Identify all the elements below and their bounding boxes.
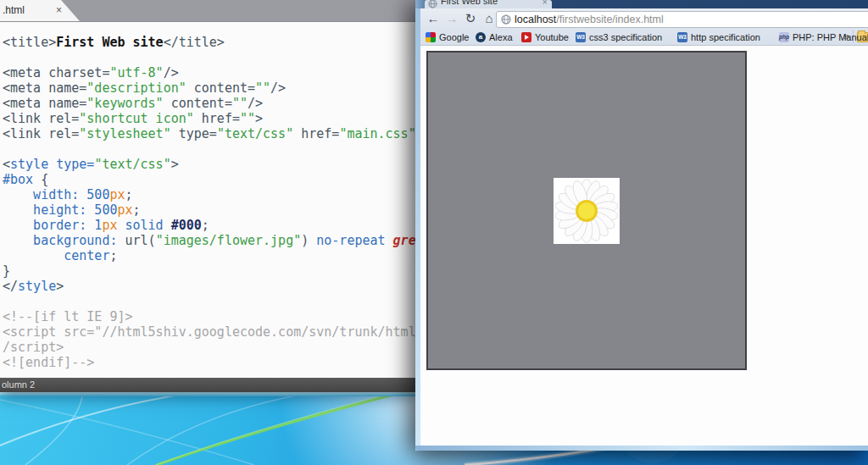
- bookmark-item[interactable]: phpPHP: PHP Manual - ...: [779, 29, 868, 45]
- code-line: /script>: [0, 340, 416, 355]
- play-icon: [525, 35, 529, 40]
- editor-tab-close-icon[interactable]: ×: [56, 4, 62, 16]
- google-icon: [426, 32, 436, 42]
- bookmark-label: PHP: PHP Manual - ...: [793, 32, 868, 42]
- alexa-icon: a: [476, 32, 486, 42]
- php-icon: php: [779, 32, 789, 42]
- code-line: <meta charset="utf-8"/>: [0, 65, 416, 80]
- code-line: <script src="//html5shiv.googlecode.com/…: [0, 324, 416, 340]
- url-host: localhost: [515, 14, 556, 25]
- browser-tab-close-icon[interactable]: ×: [542, 0, 548, 7]
- globe-icon: [428, 0, 437, 8]
- code-line: <meta name="keywords" content=""/>: [0, 96, 416, 111]
- bookmark-label: Alexa: [489, 32, 513, 42]
- browser-tab-title: First Web site: [441, 0, 498, 6]
- bookmark-item[interactable]: Youtube: [521, 29, 569, 45]
- browser-tab[interactable]: First Web site ×: [425, 0, 552, 8]
- code-line: <style type="text/css">: [0, 157, 416, 172]
- page-box: [426, 51, 747, 370]
- code-line: </style>: [0, 279, 416, 294]
- address-bar[interactable]: localhost/firstwebsite/index.html: [496, 11, 868, 28]
- code-line: width: 500px;: [0, 187, 416, 202]
- bookmarks-bar: » GoogleaAlexaYoutubeW3css3 specificatio…: [420, 29, 868, 46]
- editor-status-bar: olumn 2: [0, 378, 416, 392]
- window-frame-bottom: [415, 446, 868, 451]
- flower-image: [554, 178, 620, 244]
- bookmark-label: Google: [439, 32, 469, 42]
- bookmark-label: http specification: [691, 32, 760, 42]
- code-line: height: 500px;: [0, 202, 416, 218]
- code-line: <meta name="description" content=""/>: [0, 80, 416, 96]
- editor-tab-label: .html: [3, 4, 25, 16]
- code-line: [0, 294, 416, 309]
- code-line: }: [0, 263, 416, 279]
- bookmark-item[interactable]: Google: [426, 29, 469, 45]
- url-text: localhost/firstwebsite/index.html: [515, 13, 664, 26]
- bookmark-label: css3 specification: [589, 32, 662, 42]
- bookmark-item[interactable]: aAlexa: [476, 29, 513, 45]
- code-line: <link rel="shortcut icon" href="">: [0, 111, 416, 126]
- browser-window: First Web site × ← → ↻ ⌂ localhost/first…: [415, 0, 868, 451]
- bookmark-label: Youtube: [535, 32, 569, 42]
- code-area[interactable]: <title>First Web site</title> <meta char…: [0, 22, 416, 378]
- code-line: background: url("images/flower.jpg") no-…: [0, 233, 416, 248]
- code-line: [0, 50, 416, 65]
- screen: .html × <title>First Web site</title> <m…: [0, 0, 868, 465]
- editor-tab-bar: .html ×: [0, 0, 416, 22]
- code-line: <link rel="stylesheet" type="text/css" h…: [0, 126, 416, 141]
- forward-button[interactable]: →: [442, 8, 461, 29]
- browser-viewport: [420, 46, 868, 446]
- code-line: <!--[if lt IE 9]>: [0, 309, 416, 324]
- code-line: center;: [0, 248, 416, 263]
- code-line: <title>First Web site</title>: [0, 35, 416, 50]
- w3-icon: W3: [677, 32, 687, 42]
- code-line: [0, 141, 416, 157]
- refresh-button[interactable]: ↻: [461, 8, 480, 29]
- code-line: #box {: [0, 172, 416, 187]
- browser-toolbar: ← → ↻ ⌂ localhost/firstwebsite/index.htm…: [420, 8, 868, 29]
- w3-icon: W3: [576, 32, 586, 42]
- editor-tab-html[interactable]: .html ×: [0, 0, 80, 21]
- bookmark-item[interactable]: W3css3 specification: [576, 29, 662, 45]
- youtube-icon: [521, 32, 531, 42]
- code-line: <![endif]-->: [0, 355, 416, 370]
- bookmark-item[interactable]: W3http specification: [677, 29, 760, 45]
- browser-title-bar: First Web site ×: [415, 0, 868, 8]
- globe-icon: [501, 14, 511, 25]
- code-line: border: 1px solid #000;: [0, 218, 416, 233]
- back-button[interactable]: ←: [424, 8, 442, 29]
- url-path: /firstwebsite/index.html: [556, 14, 663, 25]
- code-editor-window: .html × <title>First Web site</title> <m…: [0, 0, 416, 392]
